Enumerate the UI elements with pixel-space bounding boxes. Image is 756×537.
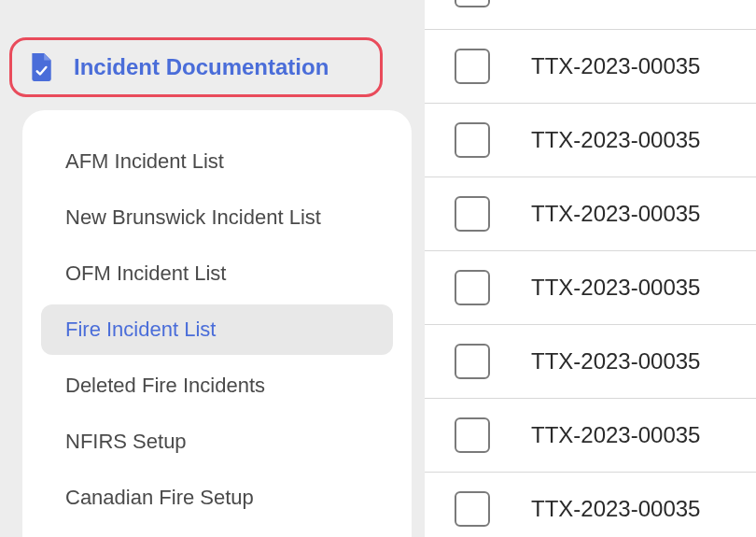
row-checkbox[interactable] xyxy=(455,122,490,158)
nav-item-nfirs-setup[interactable]: NFIRS Setup xyxy=(41,417,393,467)
table-row[interactable]: TTX-2023-00035 xyxy=(425,104,756,177)
table-row[interactable]: TTX-2023-00035 xyxy=(425,399,756,473)
row-id: TTX-2023-00035 xyxy=(531,201,700,227)
table-row[interactable]: TTX-2023-00035 xyxy=(425,473,756,537)
table-row[interactable]: TTX-2023-00035 xyxy=(425,177,756,251)
row-id: TTX-2023-00035 xyxy=(531,53,700,79)
row-checkbox[interactable] xyxy=(455,270,490,305)
nav-item-ofm-incident-list[interactable]: OFM Incident List xyxy=(41,248,393,299)
main-content: TTX-2023-00035 TTX-2023-00035 TTX-2023-0… xyxy=(425,0,756,537)
nav-item-new-brunswick-incident-list[interactable]: New Brunswick Incident List xyxy=(41,192,393,243)
row-checkbox[interactable] xyxy=(455,49,490,84)
table-row[interactable] xyxy=(425,0,756,30)
row-id: TTX-2023-00035 xyxy=(531,348,700,374)
sidebar: Incident Documentation AFM Incident List… xyxy=(0,0,425,537)
nav-item-fire-incident-list[interactable]: Fire Incident List xyxy=(41,304,393,355)
table-row[interactable]: TTX-2023-00035 xyxy=(425,251,756,325)
nav-item-canadian-fire-setup[interactable]: Canadian Fire Setup xyxy=(41,473,393,523)
table-row[interactable]: TTX-2023-00035 xyxy=(425,325,756,399)
row-checkbox[interactable] xyxy=(455,344,490,379)
nav-item-deleted-fire-incidents[interactable]: Deleted Fire Incidents xyxy=(41,360,393,411)
row-checkbox[interactable] xyxy=(455,196,490,232)
document-check-icon xyxy=(29,53,53,81)
nav-item-afm-incident-list[interactable]: AFM Incident List xyxy=(41,136,393,187)
row-checkbox[interactable] xyxy=(455,0,490,7)
nav-header-label: Incident Documentation xyxy=(74,54,329,80)
row-id: TTX-2023-00035 xyxy=(531,275,700,301)
row-id: TTX-2023-00035 xyxy=(531,422,700,448)
table-row[interactable]: TTX-2023-00035 xyxy=(425,30,756,104)
nav-submenu: AFM Incident List New Brunswick Incident… xyxy=(22,110,412,537)
row-id: TTX-2023-00035 xyxy=(531,496,700,522)
row-checkbox[interactable] xyxy=(455,417,490,453)
row-checkbox[interactable] xyxy=(455,491,490,527)
row-id: TTX-2023-00035 xyxy=(531,127,700,153)
nav-header-incident-documentation[interactable]: Incident Documentation xyxy=(9,37,383,97)
